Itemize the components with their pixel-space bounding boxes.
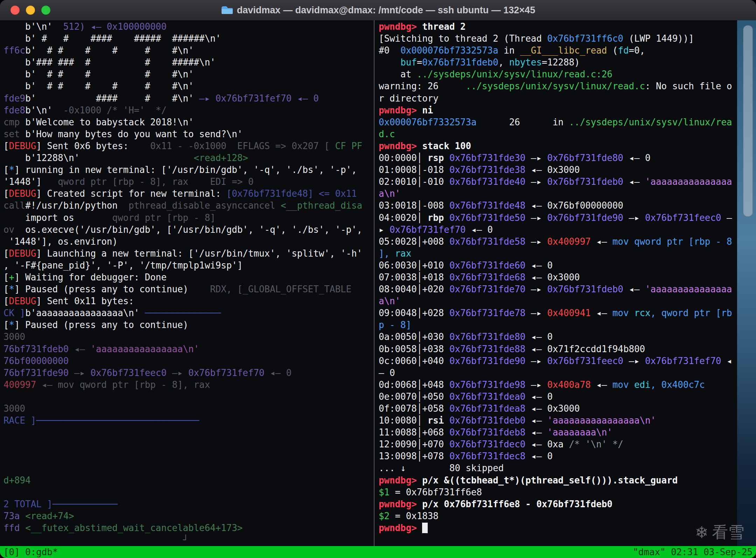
text-segment: fde9	[4, 93, 25, 104]
text-segment: nbytes	[509, 57, 542, 68]
text-segment: p/x 0x76bf731ff6e8 - 0x76bf731fdeb0	[422, 499, 612, 509]
text-segment: rcx	[634, 308, 651, 318]
text-segment	[444, 212, 449, 223]
text-segment: b' # # # # #\n'	[4, 69, 194, 79]
terminal-line: 07:0038│+018 0x76bf731fde68 ◂— 0x3000	[379, 271, 738, 283]
right-pane[interactable]: pwndbg> thread 2[Switching to thread 2 (…	[379, 21, 738, 546]
text-segment: 0x76bf731ff6c0	[547, 33, 623, 44]
text-segment: ┘	[4, 535, 188, 545]
terminal-line: ... ↓ 80 skipped	[379, 462, 738, 474]
pane-divider[interactable]	[374, 20, 374, 546]
text-segment	[444, 415, 449, 426]
text-segment: 512) ◂— 0x100000000	[52, 21, 167, 32]
text-segment: 12:0090│+070	[379, 439, 449, 449]
text-segment: DEBUG	[9, 296, 36, 306]
text-segment: b'Welcome to babystack 2018!\n'	[25, 117, 194, 127]
text-segment: in	[498, 45, 520, 56]
terminal-line: [*] Paused (press any to continue)	[4, 319, 365, 331]
minimize-button[interactable]	[26, 6, 35, 15]
terminal-line: RACE ]──────────────────────────────	[4, 414, 365, 426]
scrollbar-thumb[interactable]	[743, 25, 753, 217]
tmux-status-bar: [0] 0:gdb* "dmax" 02:31 03-Sep-25	[0, 546, 756, 558]
window-title: davidmax — davidmax@dmax: /mnt/code — ss…	[237, 5, 535, 16]
terminal-line: 76bf731fde90 —▸ 0x76bf731feec0 —▸ 0x76bf…	[4, 367, 365, 379]
text-segment: -0x1000 /* 'H=' */	[52, 105, 167, 116]
text-segment: 06:0030│+010	[379, 260, 449, 271]
text-segment: #0	[379, 45, 400, 56]
text-segment: 0x76bf731fdeb0	[422, 57, 498, 68]
text-segment: qword ptr [rbp - 8], rax EDI => 0	[42, 176, 254, 187]
terminal-window: davidmax — davidmax@dmax: /mnt/code — ss…	[0, 0, 756, 558]
text-segment: cmp	[4, 117, 25, 127]
watermark-text: 看雪	[712, 522, 744, 543]
terminal-line: ffd <__futex_abstimed_wait_cancelable64+…	[4, 522, 365, 534]
text-segment: —▸	[525, 153, 547, 163]
text-segment: stack 100	[422, 141, 471, 151]
terminal-line: [*] Paused (press any to continue) RDX, …	[4, 283, 365, 295]
text-segment: <__pthread_disa	[281, 200, 362, 211]
terminal-line: [+] Waiting for debugger: Done	[4, 271, 365, 283]
text-segment: [	[4, 165, 9, 175]
text-segment: 26 in	[477, 117, 569, 127]
text-segment: <read+74>	[25, 511, 74, 521]
terminal-line: 400997 ◂— mov qword ptr [rbp - 8], rax	[4, 379, 365, 391]
text-segment: 0x76bf731fde58	[449, 236, 525, 247]
terminal-line: '1448'], os.environ)	[4, 236, 365, 247]
terminal-line: pwndbg> thread 2	[379, 21, 738, 33]
text-segment: RACE ]──────────────────────────────	[4, 415, 199, 426]
text-segment: pwndbg>	[379, 523, 422, 533]
terminal-line: [DEBUG] Launching a new terminal: ['/usr…	[4, 247, 365, 259]
text-segment: 0x76bf731feec0	[547, 356, 623, 366]
terminal-line: b' # # #### ##### ######\n'	[4, 33, 365, 44]
text-segment: ../sysdeps/unix/sysv/linux/rea	[569, 117, 732, 127]
terminal-line: pwndbg>	[379, 522, 738, 534]
text-segment: 0x76bf731fde78	[449, 308, 525, 318]
text-segment: ... ↓ 80 skipped	[379, 463, 504, 473]
text-segment: mov	[612, 308, 634, 318]
text-segment: DEBUG	[9, 248, 36, 259]
text-segment: , '-F#{pane_pid}', '-P', '/tmp/tmplp1wi9…	[4, 260, 243, 271]
text-segment: (LWP 1449))]	[623, 33, 694, 44]
terminal-line: ], rax	[379, 247, 738, 259]
close-button[interactable]	[10, 6, 20, 15]
text-segment: 'aaaaaaaaaaaaaaaa\n'	[91, 344, 200, 354]
text-segment: ◂— 0	[525, 451, 553, 461]
text-segment: 0x400997	[547, 236, 590, 247]
text-segment: —▸	[172, 368, 188, 378]
text-segment: [	[4, 188, 9, 199]
text-segment: 73a	[4, 511, 25, 521]
text-segment: 0x76bf731fdea0	[449, 391, 525, 402]
terminal-line: p - 8]	[379, 319, 738, 331]
text-segment: b' # # #### ##### ######\n'	[4, 33, 221, 44]
text-segment: pwndbg>	[379, 105, 422, 116]
text-segment: $1	[379, 487, 390, 497]
terminal-line: buf=0x76bf731fdeb0, nbytes=12288)	[379, 56, 738, 68]
text-segment: — 0	[379, 368, 395, 378]
terminal-line: #0 0x000076bf7332573a in __GI___libc_rea…	[379, 44, 738, 56]
folder-proxy-icon[interactable]	[221, 6, 233, 15]
left-pane[interactable]: b'\n' 512) ◂— 0x100000000 b' # # #### ##…	[4, 21, 365, 546]
text-segment: p - 8]	[379, 320, 411, 330]
text-segment: [	[4, 320, 9, 330]
terminal-line: [DEBUG] Sent 0x11 bytes:	[4, 295, 365, 307]
terminal-line: $2 = 0x1838	[379, 510, 738, 522]
text-segment: 0x76bf731fef70	[188, 368, 270, 378]
text-segment: 0x76bf731fdec0	[449, 439, 525, 449]
text-segment: 02:0010│-010	[379, 176, 449, 187]
terminal-line: fde9b' #### # #\n' —▸ 0x76bf731fef70 ◂— …	[4, 92, 365, 104]
text-segment: 13:0098│+078	[379, 451, 449, 461]
text-segment: pthread_disable_asynccancel	[118, 200, 281, 211]
text-segment: 0x76bf731fdea8	[449, 403, 525, 414]
text-segment: 0x000076bf7332573a	[400, 45, 498, 56]
text-segment: 0x11 - -0x1000 EFLAGS => 0x207 [	[128, 141, 335, 151]
title-bar[interactable]: davidmax — davidmax@dmax: /mnt/code — ss…	[0, 0, 756, 21]
text-segment: r directory	[379, 93, 439, 104]
terminal-line: , '-F#{pane_pid}', '-P', '/tmp/tmplp1wi9…	[4, 259, 365, 271]
text-segment: 'aaaaaaaaaaaaaaaa\n'	[547, 415, 656, 426]
terminal-line: ┘	[4, 534, 365, 546]
text-segment: 0x76bf731fdeb0	[449, 415, 525, 426]
text-segment: ] Launching a new terminal: ['/usr/bin/t…	[36, 248, 362, 259]
zoom-button[interactable]	[41, 6, 50, 15]
terminal-line: 12:0090│+070 0x76bf731fdec0 ◂— 0xa /* '\…	[379, 438, 738, 450]
text-segment: 04:0020│	[379, 212, 428, 223]
